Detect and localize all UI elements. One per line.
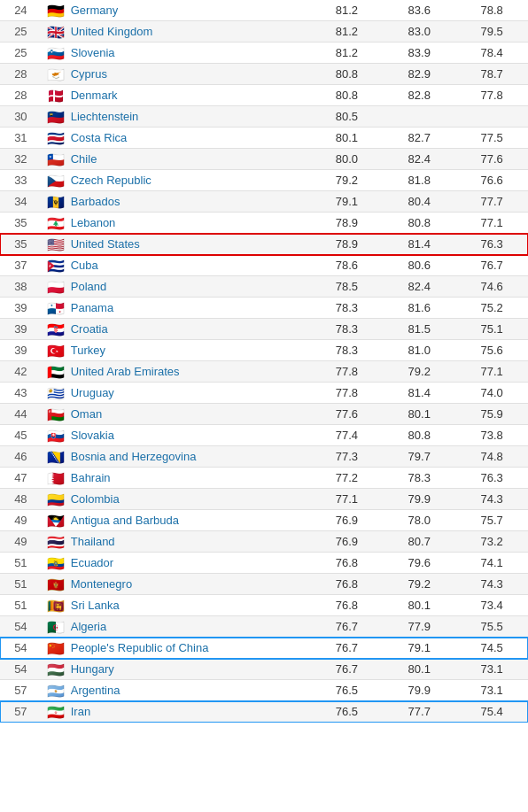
country-name[interactable]: Ecuador xyxy=(71,556,113,569)
table-row: 30 🇱🇮 Liechtenstein 80.5 xyxy=(0,106,528,128)
rank-cell: 28 xyxy=(0,85,42,106)
country-name[interactable]: Antigua and Barbuda xyxy=(71,514,179,527)
country-name[interactable]: Turkey xyxy=(71,344,105,357)
overall-cell: 78.3 xyxy=(311,340,384,361)
table-row: 46 🇧🇦 Bosnia and Herzegovina 77.3 79.7 7… xyxy=(0,446,528,468)
country-name[interactable]: Argentina xyxy=(71,684,120,697)
country-name[interactable]: Liechtenstein xyxy=(71,110,139,123)
overall-cell: 77.8 xyxy=(311,383,384,404)
female-cell: 80.1 xyxy=(383,659,455,680)
country-name[interactable]: Slovakia xyxy=(71,429,114,442)
country-name[interactable]: United Arab Emirates xyxy=(71,365,180,378)
male-cell: 76.6 xyxy=(455,170,528,191)
rank-cell: 39 xyxy=(0,298,42,319)
rank-cell: 24 xyxy=(0,0,42,21)
country-name[interactable]: Costa Rica xyxy=(71,131,128,144)
country-cell: 🇨🇱 Chile xyxy=(42,149,311,170)
table-row: 32 🇨🇱 Chile 80.0 82.4 77.6 xyxy=(0,149,528,170)
country-name[interactable]: Bahrain xyxy=(71,471,111,484)
country-name[interactable]: Oman xyxy=(71,407,102,421)
country-name[interactable]: Cyprus xyxy=(71,67,107,81)
country-cell: 🇹🇭 Thailand xyxy=(42,531,311,553)
table-row: 54 🇨🇳 People's Republic of China 76.7 79… xyxy=(0,638,528,659)
rank-cell: 51 xyxy=(0,553,42,574)
country-name[interactable]: People's Republic of China xyxy=(71,641,209,654)
country-cell: 🇮🇷 Iran xyxy=(42,701,311,723)
country-name[interactable]: Czech Republic xyxy=(71,174,151,187)
country-name[interactable]: Chile xyxy=(71,152,97,166)
country-name[interactable]: Panama xyxy=(71,301,113,314)
male-cell: 75.7 xyxy=(455,510,528,531)
country-flag: 🇩🇰 xyxy=(47,89,66,102)
country-name[interactable]: Lebanon xyxy=(71,216,116,229)
male-cell: 76.3 xyxy=(455,468,528,489)
male-cell: 77.5 xyxy=(455,128,528,149)
rank-cell: 32 xyxy=(0,149,42,170)
country-name[interactable]: Hungary xyxy=(71,662,114,676)
female-cell: 82.8 xyxy=(383,85,455,106)
country-name[interactable]: Poland xyxy=(71,280,106,293)
country-name[interactable]: United Kingdom xyxy=(71,25,153,38)
country-cell: 🇨🇷 Costa Rica xyxy=(42,128,311,149)
overall-cell: 80.0 xyxy=(311,149,384,170)
country-flag: 🇲🇪 xyxy=(47,578,66,591)
table-row: 28 🇨🇾 Cyprus 80.8 82.9 78.7 xyxy=(0,64,528,85)
country-name[interactable]: Slovenia xyxy=(71,46,115,59)
rank-cell: 49 xyxy=(0,510,42,531)
country-cell: 🇧🇧 Barbados xyxy=(42,191,311,213)
country-name[interactable]: Croatia xyxy=(71,322,108,336)
rank-cell: 51 xyxy=(0,574,42,595)
female-cell: 82.9 xyxy=(383,64,455,85)
overall-cell: 76.8 xyxy=(311,595,384,616)
overall-cell: 81.2 xyxy=(311,0,384,21)
country-cell: 🇸🇰 Slovakia xyxy=(42,425,311,446)
country-cell: 🇧🇦 Bosnia and Herzegovina xyxy=(42,446,311,468)
table-row: 39 🇹🇷 Turkey 78.3 81.0 75.6 xyxy=(0,340,528,361)
male-cell: 78.4 xyxy=(455,43,528,64)
country-flag: 🇸🇮 xyxy=(47,47,66,59)
male-cell: 74.3 xyxy=(455,574,528,595)
rank-cell: 57 xyxy=(0,701,42,723)
country-flag: 🇦🇷 xyxy=(47,684,66,697)
male-cell: 75.9 xyxy=(455,404,528,425)
country-name[interactable]: Germany xyxy=(71,4,118,17)
country-name[interactable]: Algeria xyxy=(71,620,106,633)
table-row: 57 🇮🇷 Iran 76.5 77.7 75.4 xyxy=(0,701,528,723)
male-cell: 75.4 xyxy=(455,701,528,723)
country-name[interactable]: Bosnia and Herzegovina xyxy=(71,450,197,463)
country-name[interactable]: Montenegro xyxy=(71,577,132,591)
country-name[interactable]: Iran xyxy=(71,705,90,718)
country-name[interactable]: Colombia xyxy=(71,492,120,506)
female-cell: 78.0 xyxy=(383,510,455,531)
country-name[interactable]: Uruguay xyxy=(71,386,114,399)
rank-cell: 39 xyxy=(0,340,42,361)
country-name[interactable]: Denmark xyxy=(71,89,118,102)
overall-cell: 81.2 xyxy=(311,21,384,43)
country-name[interactable]: Cuba xyxy=(71,259,98,272)
table-row: 44 🇴🇲 Oman 77.6 80.1 75.9 xyxy=(0,404,528,425)
overall-cell: 80.8 xyxy=(311,85,384,106)
country-flag: 🇨🇿 xyxy=(47,174,66,187)
country-cell: 🇹🇷 Turkey xyxy=(42,340,311,361)
country-flag: 🇬🇧 xyxy=(47,26,66,38)
rank-cell: 38 xyxy=(0,276,42,298)
overall-cell: 77.2 xyxy=(311,468,384,489)
female-cell: 81.5 xyxy=(383,319,455,340)
rank-cell: 25 xyxy=(0,21,42,43)
country-flag: 🇺🇸 xyxy=(47,238,66,251)
female-cell: 82.4 xyxy=(383,276,455,298)
overall-cell: 76.8 xyxy=(311,574,384,595)
country-name[interactable]: Sri Lanka xyxy=(71,599,120,612)
country-name[interactable]: United States xyxy=(71,237,140,251)
rank-cell: 28 xyxy=(0,64,42,85)
rank-cell: 25 xyxy=(0,43,42,64)
country-name[interactable]: Barbados xyxy=(71,195,120,208)
table-row: 25 🇸🇮 Slovenia 81.2 83.9 78.4 xyxy=(0,43,528,64)
country-name[interactable]: Thailand xyxy=(71,535,115,548)
country-flag: 🇹🇭 xyxy=(47,536,66,548)
female-cell: 80.6 xyxy=(383,255,455,276)
rank-cell: 47 xyxy=(0,468,42,489)
country-flag: 🇴🇲 xyxy=(47,408,66,421)
table-row: 49 🇹🇭 Thailand 76.9 80.7 73.2 xyxy=(0,531,528,553)
table-row: 31 🇨🇷 Costa Rica 80.1 82.7 77.5 xyxy=(0,128,528,149)
